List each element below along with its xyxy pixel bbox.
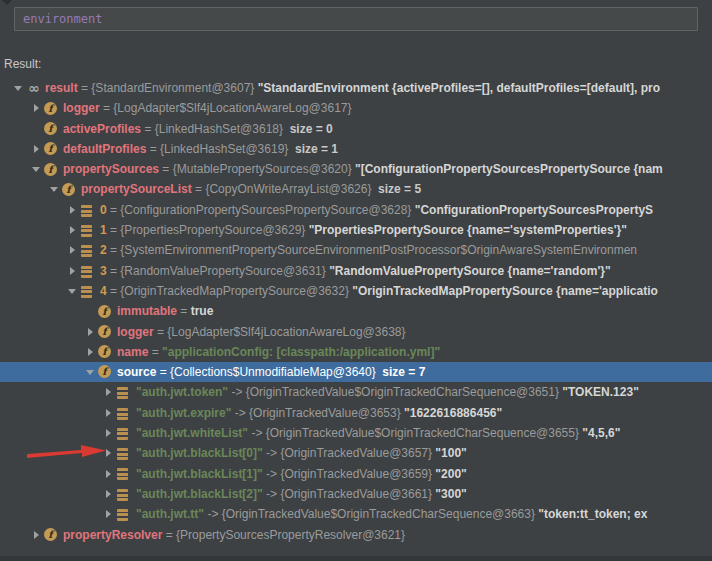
segment-ref: = {Collections$UnmodifiableMap@3640} [156,365,375,379]
expression-input[interactable] [14,7,698,31]
tree-row[interactable]: factiveProfiles = {LinkedHashSet@3618} s… [0,119,712,139]
segment-value: "ConfigurationPropertySourcesPropertyS [415,203,653,217]
segment-ref: = {CopyOnWriteArrayList@3626} [192,182,372,196]
segment-name: activeProfiles [63,122,141,136]
segment-value: "4,5,6" [582,426,620,440]
watch-result-icon: ∞ [26,81,42,95]
array-item-icon [81,205,92,217]
segment-value: "token:tt_token; ex [538,507,647,521]
segment-value: "1622616886456" [404,406,502,420]
tree-row[interactable]: 4 = {OriginTrackedMapPropertySource@3632… [0,281,712,301]
segment-name: defaultProfiles [63,142,146,156]
segment-ref: = {PropertiesPropertySource@3629} [107,223,309,237]
expander-right-icon[interactable] [103,443,116,463]
tree-row[interactable]: "auth.jwt.tt" -> {OriginTrackedValue$Ori… [0,504,712,524]
field-icon: f [44,528,57,541]
segment-ref: -> {OriginTrackedValue$OriginTrackedChar… [248,426,582,440]
expander-down-icon[interactable] [49,179,62,199]
field-icon: f [98,305,111,318]
segment-string: "auth.jwt.token" [136,385,228,399]
tree-row[interactable]: 2 = {SystemEnvironmentPropertySourceEnvi… [0,240,712,260]
expander-right-icon[interactable] [103,484,116,504]
array-item-icon [81,225,92,237]
segment-ref: = [148,345,162,359]
expander-right-icon[interactable] [31,139,44,159]
expander-down-icon[interactable] [67,281,80,301]
tree-row[interactable]: "auth.jwt.blackList[1]" -> {OriginTracke… [0,464,712,484]
segment-string: "auth.jwt.blackList[0]" [136,446,263,460]
tree-row[interactable]: 3 = {RandomValuePropertySource@3631} "Ra… [0,261,712,281]
segment-ref: -> {OriginTrackedValue$OriginTrackedChar… [228,385,562,399]
segment-ref: = {LogAdapter$Slf4jLocationAwareLog@3617… [100,101,352,115]
expander-right-icon[interactable] [67,240,80,260]
segment-size: size = 1 [288,142,338,156]
segment-ref: = {LogAdapter$Slf4jLocationAwareLog@3638… [154,325,406,339]
segment-index: 2 [100,243,107,257]
expander-down-icon[interactable] [85,362,98,382]
segment-ref: -> {OriginTrackedValue@3653} [231,406,404,420]
tree-row[interactable]: flogger = {LogAdapter$Slf4jLocationAware… [0,98,712,118]
segment-value: "300" [435,487,466,501]
array-item-icon [117,448,128,460]
bottom-border [0,556,712,561]
field-icon: f [62,183,75,196]
tree-row[interactable]: fpropertySources = {MutablePropertySourc… [0,159,712,179]
tree-row[interactable]: fpropertySourceList = {CopyOnWriteArrayL… [0,179,712,199]
result-label: Result: [4,57,41,71]
tree-row[interactable]: ∞result = {StandardEnvironment@3607} "St… [0,78,712,98]
expander-right-icon[interactable] [103,504,116,524]
segment-string: "auth.jwt.whiteList" [136,426,248,440]
tree-row[interactable]: "auth.jwt.token" -> {OriginTrackedValue$… [0,382,712,402]
tree-row[interactable]: fsource = {Collections$UnmodifiableMap@3… [0,362,712,382]
field-icon: f [44,163,57,176]
segment-value: "RandomValuePropertySource {name='random… [329,264,611,278]
expander-right-icon[interactable] [103,403,116,423]
field-icon: f [98,345,111,358]
segment-value: "StandardEnvironment {activeProfiles=[],… [258,81,660,95]
expander-right-icon[interactable] [31,98,44,118]
tree-row[interactable]: "auth.jwt.blackList[0]" -> {OriginTracke… [0,443,712,463]
expander-right-icon[interactable] [85,342,98,362]
segment-value: "200" [435,467,466,481]
expander-down-icon[interactable] [13,78,26,98]
expander-right-icon[interactable] [103,464,116,484]
tree-row[interactable]: 1 = {PropertiesPropertySource@3629} "Pro… [0,220,712,240]
segment-name: source [117,365,156,379]
expander-right-icon[interactable] [103,382,116,402]
tree-row[interactable]: fpropertyResolver = {PropertySourcesProp… [0,525,712,545]
array-item-icon [81,266,92,278]
segment-ref: -> {OriginTrackedValue@3661} [263,487,436,501]
array-item-icon [117,468,128,480]
segment-string: "applicationConfig: [classpath:/applicat… [162,345,440,359]
tree-row[interactable]: fname = "applicationConfig: [classpath:/… [0,342,712,362]
segment-ref: = {StandardEnvironment@3607} [78,81,258,95]
segment-ref: -> {OriginTrackedValue@3657} [263,446,436,460]
expander-right-icon[interactable] [67,220,80,240]
array-item-icon [81,245,92,257]
expander-right-icon[interactable] [85,322,98,342]
tree-row[interactable]: fimmutable = true [0,301,712,321]
segment-ref: = {LinkedHashSet@3619} [146,142,288,156]
expander-right-icon[interactable] [67,261,80,281]
segment-ref: = {RandomValuePropertySource@3631} [107,264,329,278]
tree-row[interactable]: "auth.jwt.whiteList" -> {OriginTrackedVa… [0,423,712,443]
expander-right-icon[interactable] [67,200,80,220]
tree-row[interactable]: flogger = {LogAdapter$Slf4jLocationAware… [0,322,712,342]
array-item-icon [117,509,128,521]
expander-down-icon[interactable] [31,159,44,179]
field-icon: f [44,122,57,135]
expander-spacer [31,119,44,139]
segment-string: "auth.jwt.blackList[1]" [136,467,263,481]
expander-right-icon[interactable] [31,525,44,545]
tree-row[interactable]: 0 = {ConfigurationPropertySourcesPropert… [0,200,712,220]
expander-right-icon[interactable] [103,423,116,443]
tree-row[interactable]: fdefaultProfiles = {LinkedHashSet@3619} … [0,139,712,159]
expander-spacer [85,301,98,321]
field-icon: f [98,365,111,378]
tree-row[interactable]: "auth.jwt.blackList[2]" -> {OriginTracke… [0,484,712,504]
field-icon: f [44,102,57,115]
segment-string: "auth.jwt.expire" [136,406,231,420]
tree-row[interactable]: "auth.jwt.expire" -> {OriginTrackedValue… [0,403,712,423]
segment-ref: = {ConfigurationPropertySourcesPropertyS… [107,203,415,217]
segment-name: propertyResolver [63,528,162,542]
